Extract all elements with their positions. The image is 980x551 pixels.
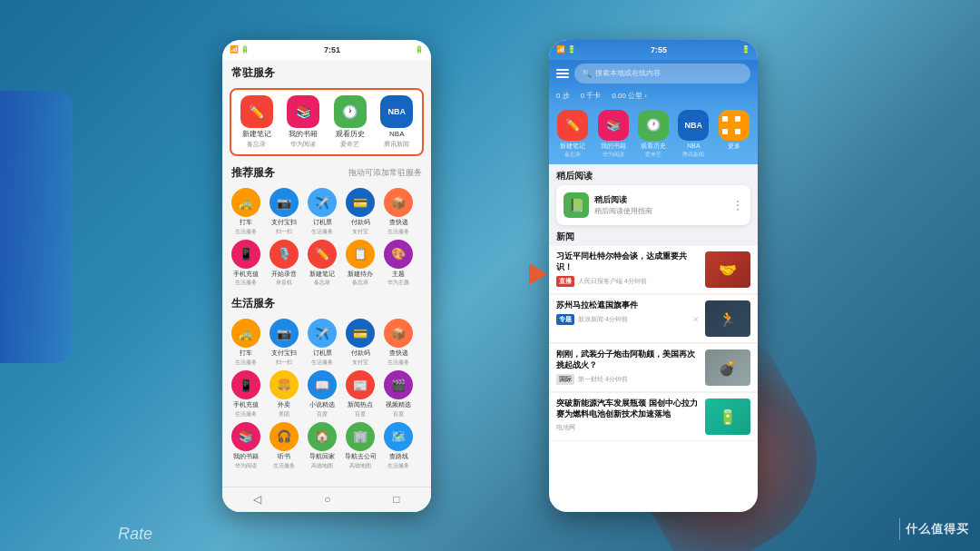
rec-service-0[interactable]: 🚕 打车 生活服务 [228, 188, 264, 236]
rec-service-4[interactable]: 📦 查快递 生活服务 [380, 188, 416, 236]
search-placeholder: 搜索本地或在线内容 [595, 68, 661, 78]
time-left: 7:51 [324, 45, 340, 54]
life-service-0[interactable]: 🚕 打车 生活服务 [228, 319, 264, 367]
pinned-app-1[interactable]: 📚 我的书籍 华为阅读 [282, 95, 324, 150]
news-title: 新闻 [556, 231, 574, 241]
pinned-apps-grid: ✏️ 新建笔记 备忘录 📚 我的书籍 华为阅读 🕐 观看历史 爱奇艺 [235, 95, 418, 150]
life-service-8[interactable]: 📰 新闻热点 百度 [342, 370, 378, 418]
book-icon: 📗 [569, 198, 584, 212]
hamburger-menu[interactable] [556, 69, 569, 78]
stats-bar: 0 步 0 千卡 0.00 公里 › [549, 87, 758, 104]
pinned-label-3: NBA [389, 130, 404, 139]
pinned-title: 常驻服务 [231, 65, 275, 81]
news-source-1: 新浪新闻 4分钟前 [578, 315, 628, 324]
news-source-2: 第一财经 4分钟前 [578, 375, 628, 384]
life-icon-6: 🍔 [270, 370, 299, 399]
rec-label-3: 付款码 [351, 219, 370, 226]
life-label-0: 打车 [240, 349, 252, 357]
news-title-3: 突破新能源汽车发展瓶颈 国创中心拉力赛为燃料电池创新技术加速落地 [556, 398, 700, 419]
rec-service-9[interactable]: 🎨 主题 华为主题 [380, 240, 416, 288]
life-icon-0: 🚕 [231, 319, 260, 348]
life-service-5[interactable]: 📱 手机充值 生活服务 [228, 370, 264, 418]
life-service-11[interactable]: 🎧 听书 生活服务 [266, 422, 302, 470]
life-service-9[interactable]: 🎬 视频精选 百度 [380, 370, 416, 418]
life-service-1[interactable]: 📷 支付宝扫 扫一扫 [266, 319, 302, 367]
life-icon-4: 📦 [384, 319, 413, 348]
phone-left-content: 常驻服务 ✏️ 新建笔记 备忘录 📚 我的书籍 华为阅读 🕐 [222, 60, 431, 512]
pinned-section-header: 常驻服务 [222, 60, 431, 84]
phone2-app-2[interactable]: 🕐 观看历史 爱奇艺 [638, 110, 669, 160]
nav-back[interactable]: ◁ [253, 493, 261, 506]
news-item-2[interactable]: 刚刚，武装分子炮击阿勒颇，美国再次挑起战火？ 国际 第一财经 4分钟前 💣 [549, 343, 758, 391]
life-label-3: 付款码 [351, 349, 370, 357]
pinned-icon-0: ✏️ [240, 95, 273, 128]
distance-stat: 0.00 公里 › [612, 91, 647, 101]
life-icon-1: 📷 [270, 319, 299, 348]
life-service-12[interactable]: 🏠 导航回家 高德地图 [304, 422, 340, 470]
pinned-sublabel-1: 华为阅读 [290, 140, 316, 149]
nav-home[interactable]: ○ [324, 493, 330, 506]
rec-icon-8: 📋 [346, 240, 375, 269]
news-text-3: 突破新能源汽车发展瓶颈 国创中心拉力赛为燃料电池创新技术加速落地 电池网 [556, 398, 700, 435]
rec-service-8[interactable]: 📋 新建待办 备忘录 [342, 240, 378, 288]
news-meta-0: 直播 人民日报客户端 4分钟前 [556, 276, 700, 287]
rec-sublabel-4: 生活服务 [387, 228, 409, 236]
rec-service-2[interactable]: ✈️ 订机票 生活服务 [304, 188, 340, 236]
life-service-10[interactable]: 📚 我的书籍 华为阅读 [228, 422, 264, 470]
life-service-13[interactable]: 🏢 导航去公司 高德地图 [342, 422, 378, 470]
phone2-app-3[interactable]: NBA NBA 腾讯新闻 [678, 110, 709, 160]
pinned-app-3[interactable]: NBA NBA 腾讯新闻 [376, 95, 417, 150]
pinned-icon-1: 📚 [287, 95, 319, 128]
battery-left: 🔋 [415, 45, 424, 54]
rec-service-1[interactable]: 📷 支付宝扫 扫一扫 [266, 188, 302, 236]
search-bar[interactable]: 🔍 搜索本地或在线内容 [574, 64, 750, 84]
reading-more-icon[interactable]: ⋮ [732, 199, 743, 212]
news-item-0[interactable]: 习近平同杜特尔特会谈，达成重要共识！ 直播 人民日报客户端 4分钟前 🤝 [549, 246, 758, 293]
reading-card[interactable]: 📗 稍后阅读 稍后阅读使用指南 ⋮ [556, 185, 750, 225]
life-icon-14: 🗺️ [384, 422, 413, 451]
rec-icon-0: 🚕 [231, 188, 260, 217]
phone2-app-0[interactable]: ✏️ 新建笔记 备忘录 [557, 110, 588, 160]
recommended-services-grid: 🚕 打车 生活服务 📷 支付宝扫 扫一扫 ✈️ 订机票 生活服务 💳 付款码 [222, 184, 431, 240]
rec-service-6[interactable]: 🎙️ 开始录音 录音机 [266, 240, 302, 288]
phone2-app-4[interactable]: 更多 [719, 110, 750, 160]
rec-label-0: 打车 [240, 219, 252, 226]
nav-recents[interactable]: □ [393, 493, 399, 506]
recommended-title: 推荐服务 [231, 165, 275, 181]
news-item-1[interactable]: 苏州马拉松遮国旗事件 专题 新浪新闻 4分钟前 ✕ 🏃 [549, 294, 758, 342]
life-service-4[interactable]: 📦 查快递 生活服务 [380, 319, 416, 367]
pinned-app-2[interactable]: 🕐 观看历史 爱奇艺 [329, 95, 371, 150]
reading-section-header: 稍后阅读 [549, 164, 758, 185]
news-item-3[interactable]: 突破新能源汽车发展瓶颈 国创中心拉力赛为燃料电池创新技术加速落地 电池网 🔋 [549, 392, 758, 440]
reading-card-title: 稍后阅读 [594, 194, 727, 206]
rec-service-5[interactable]: 📱 手机充值 生活服务 [228, 240, 264, 288]
recommended-subtitle: 拖动可添加常驻服务 [348, 167, 422, 179]
phone2-app-1[interactable]: 📚 我的书籍 华为阅读 [598, 110, 629, 160]
life-service-3[interactable]: 💳 付款码 支付宝 [342, 319, 378, 367]
pinned-label-1: 我的书籍 [289, 130, 318, 139]
reading-card-icon: 📗 [564, 192, 589, 218]
rec-service-3[interactable]: 💳 付款码 支付宝 [342, 188, 378, 236]
distance-value: 0.00 公里 › [612, 91, 647, 101]
life-service-6[interactable]: 🍔 外卖 美团 [266, 370, 302, 418]
pinned-sublabel-2: 爱奇艺 [340, 140, 359, 149]
rate-label: Rate [118, 525, 152, 544]
pinned-label-2: 观看历史 [336, 130, 365, 139]
news-thumb-0: 🤝 [705, 251, 750, 288]
rec-sublabel-6: 录音机 [276, 279, 292, 287]
life-service-14[interactable]: 🗺️ 查路线 生活服务 [380, 422, 416, 470]
life-service-2[interactable]: ✈️ 订机票 生活服务 [304, 319, 340, 367]
bottom-nav-left: ◁ ○ □ [222, 487, 431, 512]
rec-service-7[interactable]: ✏️ 新建笔记 备忘录 [304, 240, 340, 288]
rec-icon-2: ✈️ [308, 188, 337, 217]
life-service-7[interactable]: 📖 小说精选 百度 [304, 370, 340, 418]
calories-value: 0 千卡 [581, 91, 602, 101]
news-title-1: 苏州马拉松遮国旗事件 [556, 300, 700, 311]
pinned-box: ✏️ 新建笔记 备忘录 📚 我的书籍 华为阅读 🕐 观看历史 爱奇艺 [230, 88, 424, 157]
news-close-1[interactable]: ✕ [692, 315, 700, 324]
rec-sublabel-5: 生活服务 [235, 279, 257, 287]
arrow-container [458, 256, 549, 296]
pinned-sublabel-3: 腾讯新闻 [384, 140, 409, 149]
pinned-app-0[interactable]: ✏️ 新建笔记 备忘录 [236, 95, 278, 150]
life-label-1: 支付宝扫 [271, 349, 297, 357]
